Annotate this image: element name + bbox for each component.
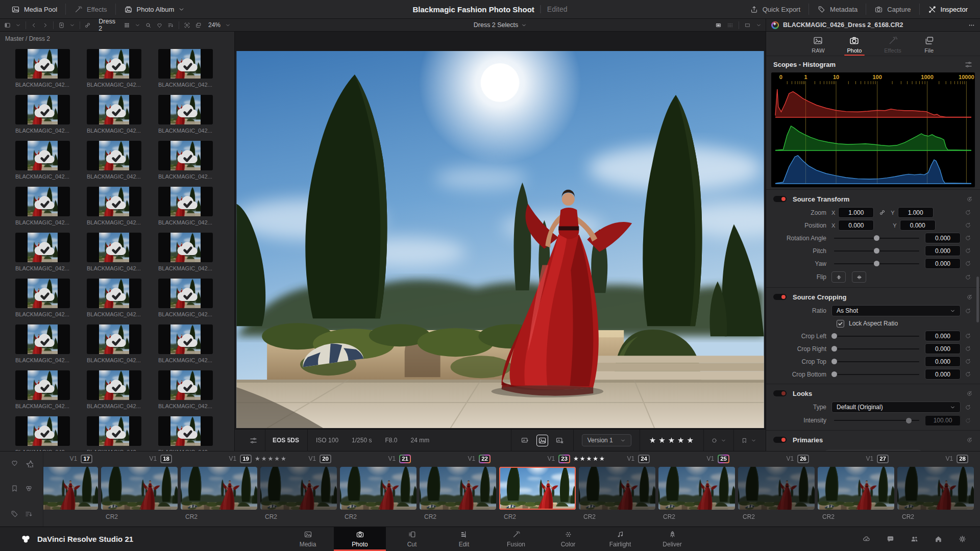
page-tab-photo[interactable]: Photo — [334, 527, 386, 551]
library-thumbnail[interactable] — [15, 141, 70, 170]
library-thumbnail-item[interactable]: BLACKMAGIC_042... — [15, 187, 70, 226]
crop-bottom-field[interactable]: 0.000 — [925, 369, 961, 380]
source-transform-toggle[interactable] — [773, 196, 787, 202]
tab-effects[interactable]: Effects — [882, 32, 903, 56]
keyword-filter-icon[interactable] — [10, 510, 19, 518]
library-thumbnail-item[interactable]: BLACKMAGIC_042... — [87, 324, 141, 363]
pick-reject-icon[interactable] — [555, 436, 564, 445]
enhance-icon[interactable]: ✦ — [771, 21, 779, 29]
import-icon[interactable] — [58, 22, 65, 29]
collection-selector[interactable]: Dress 2 Selects — [474, 21, 527, 29]
library-thumbnail-item[interactable]: BLACKMAGIC_042... — [158, 141, 213, 180]
library-thumbnail[interactable] — [158, 279, 213, 308]
library-thumbnail[interactable] — [15, 49, 70, 79]
zoom-y-field[interactable]: 1.000 — [898, 207, 934, 218]
library-thumbnail[interactable] — [158, 187, 213, 216]
crop-top-slider[interactable] — [834, 361, 919, 362]
collaboration-icon[interactable] — [910, 535, 919, 543]
search-icon[interactable] — [145, 22, 152, 29]
reset-row-icon[interactable] — [965, 404, 974, 411]
filmstrip-clip[interactable]: V1 23 ★★★★★ CR2 — [498, 452, 577, 527]
page-tab-cut[interactable]: Cut — [386, 527, 438, 551]
library-thumbnail-item[interactable]: BLACKMAGIC_042... — [158, 233, 213, 271]
capture-button[interactable]: Capture — [866, 0, 919, 18]
tab-photo[interactable]: Photo — [845, 32, 864, 56]
grid-view-icon[interactable] — [124, 22, 130, 29]
filmstrip-clip[interactable]: V1 20 CR2 — [259, 452, 338, 527]
flip-horizontal-button[interactable] — [831, 271, 846, 283]
reset-section-icon[interactable] — [966, 196, 973, 203]
color-label-icon[interactable] — [711, 437, 718, 444]
page-tab-media[interactable]: Media — [282, 527, 334, 551]
library-thumbnail[interactable] — [15, 416, 70, 446]
clip-thumbnail[interactable] — [579, 467, 655, 510]
library-thumbnail[interactable] — [15, 279, 70, 308]
sort-icon[interactable] — [167, 22, 174, 29]
library-thumbnail-item[interactable]: BLACKMAGIC_042... — [158, 324, 213, 363]
looks-toggle[interactable] — [773, 390, 787, 396]
tab-raw[interactable]: RAW — [810, 32, 826, 56]
position-y-field[interactable]: 0.000 — [900, 220, 936, 231]
clip-number-badge[interactable]: 21 — [399, 455, 411, 463]
scope-settings-icon[interactable] — [964, 60, 973, 69]
clip-number-badge[interactable]: 22 — [479, 455, 491, 463]
fit-zoom-icon[interactable] — [744, 22, 751, 29]
reset-section-icon[interactable] — [966, 437, 973, 443]
ratio-dropdown[interactable]: As Shot — [831, 305, 961, 316]
clip-thumbnail[interactable] — [818, 467, 894, 510]
photo-preview[interactable] — [236, 51, 764, 428]
clip-number-badge[interactable]: 20 — [320, 455, 331, 463]
library-thumbnail[interactable] — [15, 370, 70, 400]
library-thumbnail-item[interactable]: BLACKMAGIC_042... — [15, 279, 70, 317]
pick-keep-button[interactable] — [536, 435, 548, 446]
chevron-down-icon[interactable] — [135, 22, 140, 28]
library-thumbnail[interactable] — [87, 95, 141, 124]
crop-left-slider[interactable] — [834, 336, 919, 337]
chevron-down-icon[interactable] — [721, 438, 726, 443]
clip-thumbnail[interactable] — [260, 467, 337, 510]
clip-number-badge[interactable]: 27 — [877, 455, 889, 463]
version-selector[interactable]: Version 1 — [582, 434, 631, 446]
reset-row-icon[interactable] — [965, 417, 974, 424]
library-thumbnail[interactable] — [158, 370, 213, 400]
chevron-down-icon[interactable] — [69, 22, 75, 28]
tab-file[interactable]: File — [922, 32, 937, 56]
rotation-angle-field[interactable]: 0.000 — [925, 233, 961, 243]
library-thumbnail-item[interactable]: BLACKMAGIC_042... — [87, 141, 141, 180]
pitch-slider[interactable] — [834, 251, 919, 252]
favorite-filter-icon[interactable] — [156, 22, 163, 29]
filmstrip-clip[interactable]: V1 24 CR2 — [577, 452, 657, 527]
filmstrip-clip[interactable]: V1 27 CR2 — [816, 452, 896, 527]
library-thumbnail-item[interactable]: BLACKMAGIC_042... — [87, 233, 141, 271]
inspector-scrollbar[interactable] — [976, 277, 979, 322]
library-thumbnail-item[interactable]: BLACKMAGIC_042... — [87, 279, 141, 317]
clip-thumbnail[interactable] — [658, 467, 735, 510]
library-thumbnail[interactable] — [87, 416, 141, 446]
auto-balance-button[interactable]: Auto Balance — [822, 450, 924, 451]
reset-row-icon[interactable] — [965, 260, 974, 267]
clip-number-badge[interactable]: 18 — [160, 455, 172, 463]
library-thumbnail[interactable] — [87, 279, 141, 308]
clip-thumbnail[interactable] — [738, 467, 815, 510]
library-thumbnail-item[interactable]: BLACKMAGIC_042... — [15, 141, 70, 180]
clip-thumbnail[interactable] — [340, 467, 416, 510]
reset-row-icon[interactable] — [965, 358, 974, 365]
filmstrip-clip[interactable]: V1 19 ★★★★★ CR2 — [179, 452, 259, 527]
lock-aspect-ratio-checkbox[interactable] — [837, 320, 844, 328]
panel-toggle-icon[interactable] — [4, 22, 11, 29]
library-thumbnail[interactable] — [87, 370, 141, 400]
photo-album-button[interactable]: Photo Album — [116, 0, 193, 18]
page-tab-color[interactable]: Color — [542, 527, 594, 551]
library-thumbnail-item[interactable]: BLACKMAGIC_042... — [158, 279, 213, 317]
single-view-button[interactable] — [715, 22, 722, 29]
crop-left-field[interactable]: 0.000 — [925, 331, 961, 341]
primaries-toggle[interactable] — [773, 437, 787, 443]
library-thumbnail[interactable] — [87, 233, 141, 262]
library-thumbnail-item[interactable]: BLACKMAGIC_042... — [87, 370, 141, 409]
flag-icon[interactable] — [741, 437, 748, 444]
back-button[interactable] — [31, 22, 37, 29]
clip-thumbnail[interactable] — [181, 467, 257, 510]
star-rating[interactable]: ★★★★★ — [649, 436, 696, 445]
filmstrip-clip[interactable]: V1 22 CR2 — [418, 452, 498, 527]
library-thumbnail-item[interactable]: BLACKMAGIC_042... — [15, 370, 70, 409]
